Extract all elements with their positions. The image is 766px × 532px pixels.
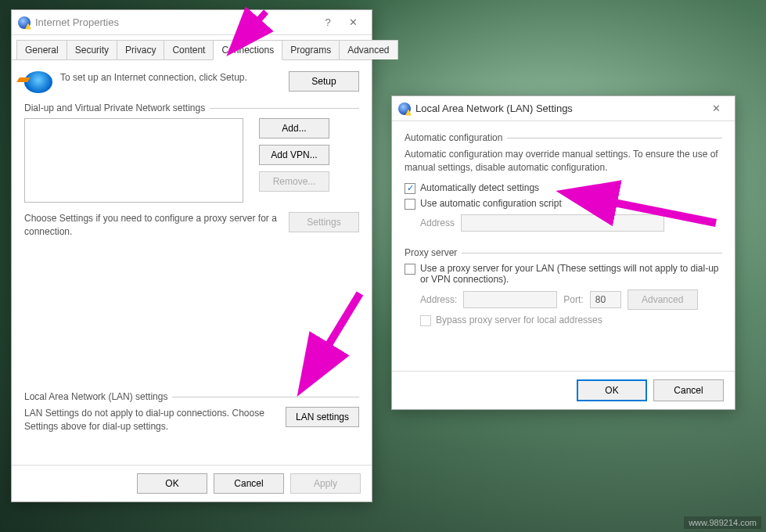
setup-description: To set up an Internet connection, click … xyxy=(60,71,281,84)
cancel-button[interactable]: Cancel xyxy=(653,379,724,401)
address-label: Address xyxy=(420,217,455,228)
use-proxy-checkbox[interactable] xyxy=(405,264,415,275)
settings-button: Settings xyxy=(289,212,359,232)
use-proxy-label: Use a proxy server for your LAN (These s… xyxy=(420,263,722,285)
lan-settings-dialog: Local Area Network (LAN) Settings ✕ Auto… xyxy=(391,95,735,410)
tab-privacy[interactable]: Privacy xyxy=(117,40,164,59)
tab-programs[interactable]: Programs xyxy=(282,40,340,59)
watermark-text: www.989214.com xyxy=(684,516,761,529)
window-title: Local Area Network (LAN) Settings xyxy=(415,102,703,114)
tab-advanced[interactable]: Advanced xyxy=(339,40,397,59)
proxy-port-input xyxy=(590,291,621,308)
tab-content-panel: To set up an Internet connection, click … xyxy=(12,60,372,465)
auto-script-label: Use automatic configuration script xyxy=(420,198,562,209)
auto-config-group-label: Automatic configuration xyxy=(405,132,507,143)
lan-note: LAN Settings do not apply to dial-up con… xyxy=(24,407,278,433)
lan-group-label: Local Area Network (LAN) settings xyxy=(24,391,172,402)
proxy-address-label: Address: xyxy=(420,294,457,305)
ok-button[interactable]: OK xyxy=(577,379,647,401)
tab-strip: General Security Privacy Content Connect… xyxy=(12,35,372,60)
close-button[interactable]: ✕ xyxy=(340,13,365,32)
internet-properties-dialog: Internet Properties ? ✕ General Security… xyxy=(11,9,372,502)
setup-button[interactable]: Setup xyxy=(289,71,359,92)
globe-setup-icon xyxy=(24,71,52,93)
bypass-label: Bypass proxy server for local addresses xyxy=(436,315,602,325)
lan-content: Automatic configuration Automatic config… xyxy=(392,121,735,371)
dialog-buttons: OK Cancel xyxy=(392,371,735,409)
dialup-group-label: Dial-up and Virtual Private Network sett… xyxy=(24,102,210,113)
settings-note: Choose Settings if you need to configure… xyxy=(24,212,281,239)
help-button[interactable]: ? xyxy=(315,13,340,32)
titlebar[interactable]: Internet Properties ? ✕ xyxy=(12,10,372,35)
tab-content[interactable]: Content xyxy=(164,40,214,59)
proxy-port-label: Port: xyxy=(563,294,583,305)
apply-button: Apply xyxy=(290,473,361,494)
dialup-connections-list[interactable] xyxy=(24,118,243,203)
ok-button[interactable]: OK xyxy=(137,473,207,494)
auto-script-checkbox[interactable] xyxy=(405,199,415,210)
close-button[interactable]: ✕ xyxy=(703,99,728,118)
auto-detect-label: Automatically detect settings xyxy=(420,182,539,193)
tab-connections[interactable]: Connections xyxy=(213,40,282,60)
dialog-buttons: OK Cancel Apply xyxy=(12,465,372,501)
auto-config-description: Automatic configuration may override man… xyxy=(405,148,722,174)
script-address-input xyxy=(461,214,664,232)
lan-settings-button[interactable]: LAN settings xyxy=(286,407,359,427)
titlebar[interactable]: Local Area Network (LAN) Settings ✕ xyxy=(392,96,735,121)
proxy-group-label: Proxy server xyxy=(405,247,462,258)
add-vpn-button[interactable]: Add VPN... xyxy=(259,145,329,165)
tab-security[interactable]: Security xyxy=(67,40,117,59)
auto-detect-checkbox[interactable]: ✓ xyxy=(405,183,415,194)
tab-general[interactable]: General xyxy=(16,40,67,59)
add-button[interactable]: Add... xyxy=(259,118,329,138)
cancel-button[interactable]: Cancel xyxy=(214,473,284,494)
internet-options-icon xyxy=(398,102,411,115)
bypass-checkbox xyxy=(420,315,431,326)
window-title: Internet Properties xyxy=(35,16,315,28)
advanced-button: Advanced xyxy=(628,289,698,310)
remove-button: Remove... xyxy=(259,171,329,192)
internet-options-icon xyxy=(18,16,31,29)
proxy-address-input xyxy=(463,291,557,308)
